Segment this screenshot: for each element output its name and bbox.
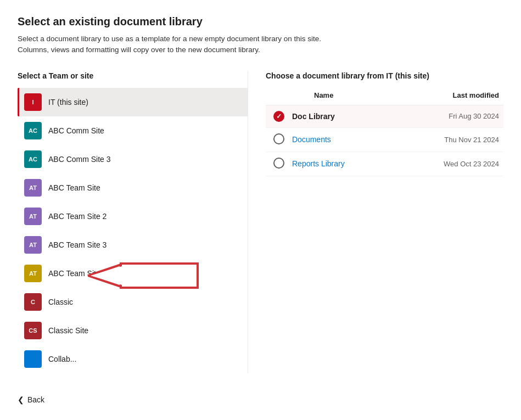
site-label-abc-team: ABC Team Site [48, 183, 100, 192]
radio-documents[interactable] [266, 127, 288, 152]
right-section-heading: Choose a document library from IT (this … [266, 71, 503, 80]
library-date-doc: Fri Aug 30 2024 [393, 105, 503, 127]
back-label: Back [27, 395, 44, 404]
site-avatar-abc-team2: AT [24, 208, 42, 225]
site-item-abc-comm[interactable]: AC ABC Comm Site [18, 116, 248, 145]
back-button[interactable]: ❮ Back [18, 393, 44, 406]
site-label-it: IT (this site) [48, 98, 88, 107]
library-row-documents[interactable]: Documents Thu Nov 21 2024 [266, 127, 503, 152]
site-avatar-abc-comm3: AC [24, 150, 42, 168]
site-avatar-collab [24, 350, 42, 368]
chevron-left-icon: ❮ [18, 395, 24, 404]
radio-reports[interactable] [266, 152, 288, 176]
site-item-abc-team3b[interactable]: AT ABC Team Site 3 [18, 259, 248, 288]
library-row-reports[interactable]: Reports Library Wed Oct 23 2024 [266, 152, 503, 176]
radio-unselected-icon [273, 133, 284, 144]
right-panel: Choose a document library from IT (this … [248, 71, 503, 373]
library-name-documents: Documents [288, 127, 393, 152]
site-item-abc-team2[interactable]: AT ABC Team Site 2 [18, 202, 248, 231]
site-item-abc-team[interactable]: AT ABC Team Site [18, 173, 248, 202]
site-label-collab: Collab... [48, 355, 76, 363]
site-label-abc-comm3: ABC Comm Site 3 [48, 155, 111, 164]
site-list: I IT (this site) AC ABC Comm Site AC ABC… [18, 88, 248, 373]
page-description: Select a document library to use as a te… [18, 33, 391, 56]
library-date-documents: Thu Nov 21 2024 [393, 127, 503, 152]
radio-unselected-icon-2 [273, 158, 284, 169]
site-avatar-classic-site: CS [24, 322, 42, 339]
site-item-collab[interactable]: Collab... [18, 345, 248, 373]
site-label-abc-team2: ABC Team Site 2 [48, 212, 107, 221]
site-label-classic: Classic [48, 298, 73, 306]
library-table: Name Last modified Doc Library Fri Aug 3… [266, 88, 503, 176]
site-label-abc-team3b: ABC Team Site 3 [48, 269, 107, 278]
page-title: Select an existing document library [18, 15, 503, 28]
col-radio [266, 88, 288, 105]
site-item-classic-site[interactable]: CS Classic Site [18, 316, 248, 345]
site-label-classic-site: Classic Site [48, 326, 88, 335]
radio-selected-icon [273, 111, 284, 122]
col-date-header: Last modified [393, 88, 503, 105]
col-name-header: Name [288, 88, 393, 105]
site-label-abc-comm: ABC Comm Site [48, 126, 104, 135]
library-name-doc: Doc Library [288, 105, 393, 127]
library-name-reports: Reports Library [288, 152, 393, 176]
left-panel: Select a Team or site I IT (this site) A… [18, 71, 248, 373]
site-avatar-it: I [24, 93, 42, 111]
site-item-abc-team3a[interactable]: AT ABC Team Site 3 [18, 231, 248, 259]
site-avatar-classic: C [24, 293, 42, 311]
site-item-it[interactable]: I IT (this site) [18, 88, 248, 116]
library-row-doc[interactable]: Doc Library Fri Aug 30 2024 [266, 105, 503, 127]
left-section-heading: Select a Team or site [18, 71, 248, 80]
site-avatar-abc-team: AT [24, 179, 42, 197]
site-avatar-abc-team3b: AT [24, 265, 42, 282]
site-item-classic[interactable]: C Classic [18, 288, 248, 316]
site-label-abc-team3a: ABC Team Site 3 [48, 240, 107, 249]
site-avatar-abc-team3a: AT [24, 236, 42, 254]
library-date-reports: Wed Oct 23 2024 [393, 152, 503, 176]
site-item-abc-comm3[interactable]: AC ABC Comm Site 3 [18, 145, 248, 173]
site-avatar-abc-comm: AC [24, 122, 42, 139]
radio-doc[interactable] [266, 105, 288, 127]
